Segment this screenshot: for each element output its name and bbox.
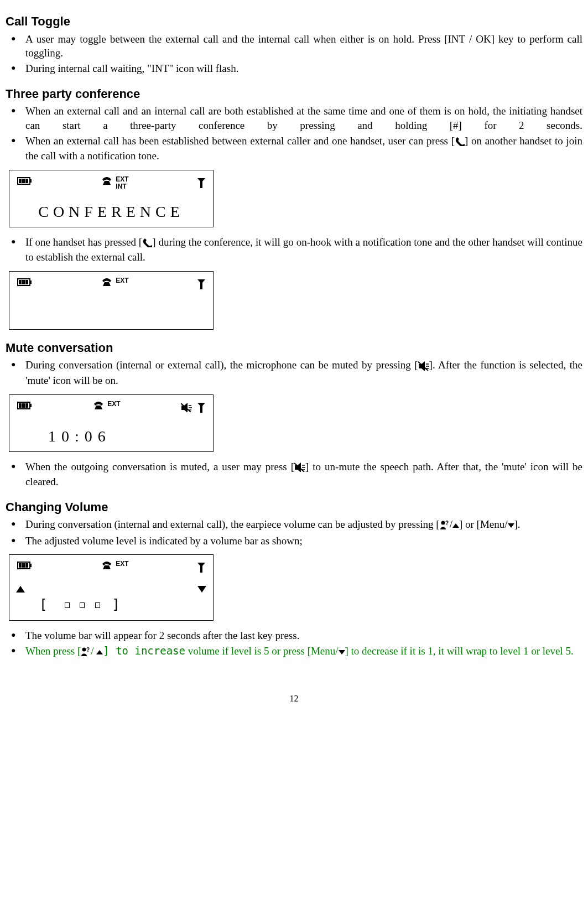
list-item: If one handset has pressed [] during the…: [6, 235, 582, 264]
text: When an external call has been establish…: [25, 135, 455, 147]
battery-icon: [17, 401, 33, 410]
list-item: When the outgoing conversation is muted,…: [6, 460, 582, 489]
ext-label: EXT: [116, 277, 128, 284]
int-label: INT: [116, 183, 128, 190]
list-item: When press [/ ] to increase volume if le…: [6, 644, 582, 659]
lcd-time: 10:06: [9, 425, 213, 451]
text: When the outgoing conversation is muted,…: [25, 461, 294, 472]
bracket-open: [: [39, 597, 53, 612]
text: ] to decrease if it is 1, it will wrap t…: [345, 645, 574, 657]
signal-icon: [197, 560, 206, 574]
down-icon: [339, 650, 345, 654]
ext-label: EXT: [116, 176, 128, 183]
mute-icon: [294, 461, 305, 476]
list-item: When an external call and an internal ca…: [6, 104, 582, 132]
mute-icon: [181, 402, 192, 412]
text: ] or [Menu/: [459, 518, 508, 530]
up-icon: [16, 586, 25, 593]
mute-icon: [418, 360, 429, 375]
list-item: The volume bar will appear for 2 seconds…: [6, 628, 582, 643]
list-item: A user may toggle between the external c…: [6, 32, 582, 60]
phone-icon: [101, 176, 112, 186]
up-icon: [96, 650, 103, 654]
volume-segment: [80, 602, 85, 608]
lcd-ext-only: EXT: [9, 271, 214, 330]
list-item: During conversation (internal or externa…: [6, 358, 582, 387]
heading-mute: Mute conversation: [6, 340, 582, 356]
page-number: 12: [6, 693, 582, 705]
signal-icon: [197, 176, 206, 189]
list-item: During conversation (internal and extern…: [6, 517, 582, 532]
volume-segment: [95, 602, 100, 608]
lcd-mute: EXT 10:06: [9, 394, 214, 452]
phone-icon: [101, 560, 112, 570]
volume-bar: [ ]: [9, 596, 213, 620]
bracket-close: ]: [112, 597, 125, 612]
talk-icon: [455, 136, 465, 150]
ext-label: EXT: [107, 401, 120, 408]
text: ].: [514, 518, 521, 530]
list-item: The adjusted volume level is indicated b…: [6, 534, 582, 548]
text: During conversation (internal and extern…: [25, 518, 440, 530]
lcd-volume: EXT [ ]: [9, 554, 214, 621]
phonebook-icon: [81, 646, 91, 661]
talk-icon: [142, 237, 152, 251]
phone-icon: [93, 401, 104, 410]
battery-icon: [17, 560, 33, 570]
signal-icon: [197, 277, 206, 290]
down-icon: [508, 523, 514, 528]
phone-icon: [101, 277, 112, 287]
battery-icon: [17, 176, 33, 186]
heading-volume: Changing Volume: [6, 499, 582, 516]
list-item: During internal call waiting, "INT" icon…: [6, 61, 582, 76]
heading-three-party: Three party conference: [6, 86, 582, 102]
lcd-text: CONFERENCE: [9, 200, 213, 227]
text: /: [91, 645, 96, 657]
phonebook-icon: [440, 519, 450, 534]
text: volume if level is 5 or press [Menu/: [185, 645, 339, 657]
down-icon: [197, 586, 206, 593]
volume-segment: [65, 602, 70, 608]
text: ] to increase: [103, 645, 185, 657]
ext-label: EXT: [116, 560, 128, 568]
lcd-conference: EXT INT CONFERENCE: [9, 170, 214, 227]
list-item: When an external call has been establish…: [6, 134, 582, 163]
text: During conversation (internal or externa…: [25, 359, 418, 371]
up-icon: [452, 523, 459, 528]
heading-call-toggle: Call Toggle: [6, 13, 582, 30]
battery-icon: [17, 277, 33, 287]
text: When press [: [25, 645, 81, 657]
signal-icon: [197, 401, 206, 414]
text: If one handset has pressed [: [25, 236, 142, 248]
